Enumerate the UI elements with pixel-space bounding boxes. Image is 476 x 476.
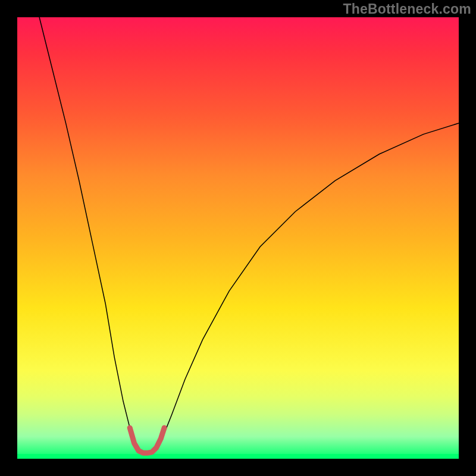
chart-svg [0,0,476,476]
chart-frame: TheBottleneck.com [0,0,476,476]
series-layer [39,17,459,453]
series-bottleneck-curve-left [39,17,137,447]
series-valley-marker [130,428,164,453]
series-bottleneck-curve-right [156,123,459,447]
watermark-text: TheBottleneck.com [343,1,471,17]
